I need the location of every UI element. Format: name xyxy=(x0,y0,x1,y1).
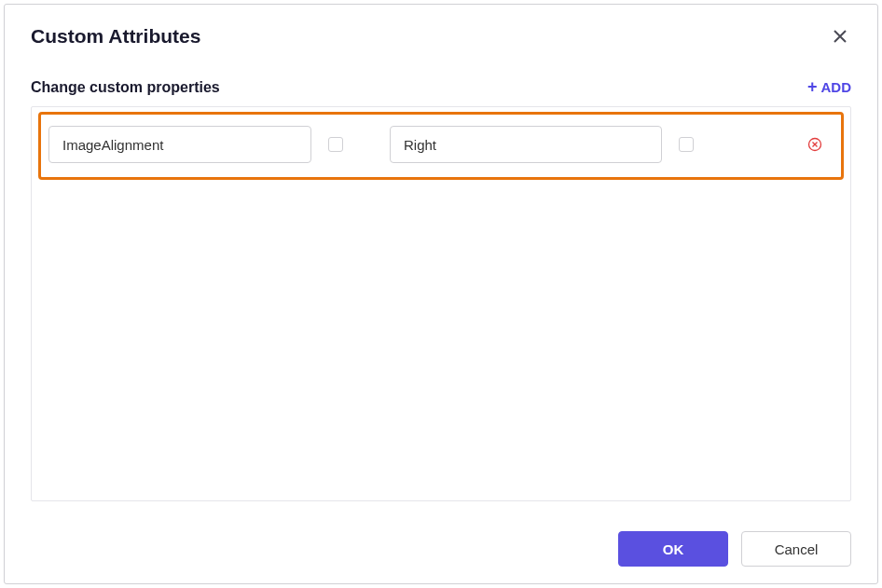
custom-attributes-dialog: Custom Attributes Change custom properti… xyxy=(4,4,878,584)
attribute-name-checkbox[interactable] xyxy=(328,137,343,152)
attribute-value-checkbox[interactable] xyxy=(679,137,694,152)
attribute-value-input[interactable] xyxy=(390,126,662,163)
cancel-button[interactable]: Cancel xyxy=(741,531,851,567)
ok-button[interactable]: OK xyxy=(618,531,728,567)
section-header: Change custom properties + ADD xyxy=(5,51,877,106)
attribute-name-input[interactable] xyxy=(48,126,311,163)
attributes-list xyxy=(31,106,851,501)
add-button[interactable]: + ADD xyxy=(807,77,851,97)
plus-icon: + xyxy=(807,77,818,97)
section-title: Change custom properties xyxy=(31,79,220,96)
close-button[interactable] xyxy=(829,25,851,48)
add-button-label: ADD xyxy=(821,79,852,95)
delete-icon xyxy=(807,137,822,152)
dialog-footer: OK Cancel xyxy=(5,520,877,583)
delete-row-button[interactable] xyxy=(804,133,826,156)
dialog-title: Custom Attributes xyxy=(31,25,200,48)
attribute-row xyxy=(32,107,850,182)
close-icon xyxy=(833,29,848,44)
dialog-header: Custom Attributes xyxy=(5,5,877,51)
